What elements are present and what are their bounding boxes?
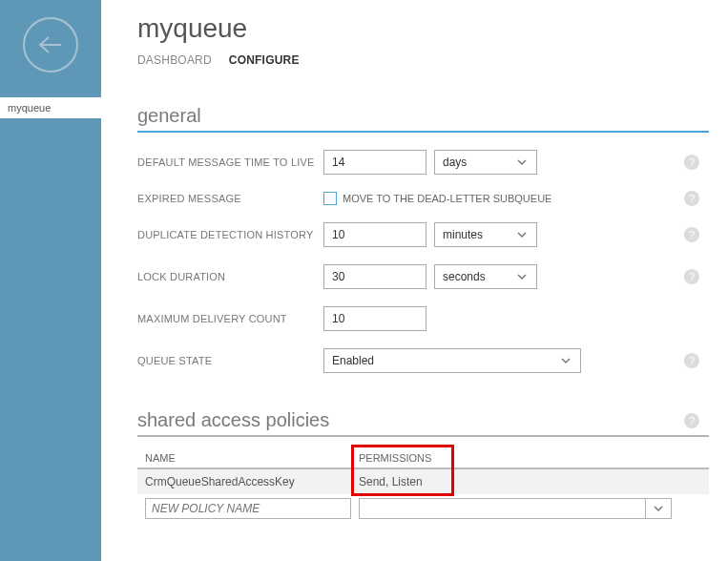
select-ttl-unit[interactable]: days xyxy=(434,150,537,175)
divider xyxy=(645,499,646,518)
input-ttl[interactable] xyxy=(323,150,426,175)
row-lock: LOCK DURATION seconds ? xyxy=(137,264,709,289)
row-dup: DUPLICATE DETECTION HISTORY minutes ? xyxy=(137,222,709,247)
left-sidebar: myqueue xyxy=(0,0,101,561)
section-title-sap: shared access policies xyxy=(137,409,709,431)
input-lock[interactable] xyxy=(323,264,426,289)
help-icon[interactable]: ? xyxy=(684,353,699,368)
section-divider xyxy=(137,131,709,133)
select-new-policy-perm[interactable] xyxy=(359,498,672,519)
sap-header-row: NAME PERMISSIONS xyxy=(137,447,709,469)
label-dup: DUPLICATE DETECTION HISTORY xyxy=(137,229,323,240)
checkbox-label-deadletter: MOVE TO THE DEAD-LETTER SUBQUEUE xyxy=(343,193,551,204)
tab-dashboard[interactable]: DASHBOARD xyxy=(137,53,212,67)
select-state[interactable]: Enabled xyxy=(323,348,581,373)
input-maxdel[interactable] xyxy=(323,306,426,331)
chevron-down-icon xyxy=(515,156,529,169)
chevron-down-icon xyxy=(652,502,665,515)
arrow-left-icon xyxy=(36,33,65,56)
section-title-general: general xyxy=(137,105,709,127)
sap-cell-name: CrmQueueSharedAccessKey xyxy=(145,475,359,488)
tab-bar: DASHBOARD CONFIGURE xyxy=(137,53,709,67)
section-head-sap: shared access policies ? xyxy=(137,409,709,431)
row-state: QUEUE STATE Enabled ? xyxy=(137,348,709,373)
back-button[interactable] xyxy=(23,17,78,73)
label-state: QUEUE STATE xyxy=(137,355,323,366)
sidebar-item-myqueue[interactable]: myqueue xyxy=(0,97,101,118)
input-new-policy-name[interactable] xyxy=(145,498,351,519)
input-dup[interactable] xyxy=(323,222,426,247)
help-icon[interactable]: ? xyxy=(684,227,699,242)
sap-table: NAME PERMISSIONS CrmQueueSharedAccessKey… xyxy=(137,447,709,519)
sap-new-row xyxy=(137,494,709,519)
chevron-down-icon xyxy=(559,354,572,367)
select-lock-value: seconds xyxy=(443,270,486,283)
label-expired: EXPIRED MESSAGE xyxy=(137,193,323,204)
chevron-down-icon xyxy=(515,228,529,241)
select-state-value: Enabled xyxy=(332,354,374,367)
help-icon[interactable]: ? xyxy=(684,191,699,206)
main-content: myqueue DASHBOARD CONFIGURE general DEFA… xyxy=(101,0,728,561)
row-ttl: DEFAULT MESSAGE TIME TO LIVE days ? xyxy=(137,150,709,175)
page-title: myqueue xyxy=(137,13,709,44)
help-icon[interactable]: ? xyxy=(684,413,699,428)
select-dup-value: minutes xyxy=(443,228,483,241)
chevron-down-icon xyxy=(515,270,529,283)
tab-configure[interactable]: CONFIGURE xyxy=(229,53,300,67)
sap-header-name: NAME xyxy=(145,452,359,464)
help-icon[interactable]: ? xyxy=(684,155,699,170)
select-ttl-value: days xyxy=(443,156,467,169)
sap-header-perm: PERMISSIONS xyxy=(359,452,473,464)
sap-row[interactable]: CrmQueueSharedAccessKey Send, Listen xyxy=(137,469,709,494)
label-ttl: DEFAULT MESSAGE TIME TO LIVE xyxy=(137,156,323,168)
label-lock: LOCK DURATION xyxy=(137,271,323,282)
select-dup-unit[interactable]: minutes xyxy=(434,222,537,247)
row-maxdel: MAXIMUM DELIVERY COUNT xyxy=(137,306,709,331)
select-lock-unit[interactable]: seconds xyxy=(434,264,537,289)
label-maxdel: MAXIMUM DELIVERY COUNT xyxy=(137,313,323,324)
section-divider-gray xyxy=(137,435,709,437)
help-icon[interactable]: ? xyxy=(684,269,699,284)
row-expired: EXPIRED MESSAGE MOVE TO THE DEAD-LETTER … xyxy=(137,192,709,205)
sap-cell-perm: Send, Listen xyxy=(359,475,473,488)
checkbox-wrap-deadletter: MOVE TO THE DEAD-LETTER SUBQUEUE xyxy=(323,192,551,205)
checkbox-deadletter[interactable] xyxy=(323,192,337,205)
